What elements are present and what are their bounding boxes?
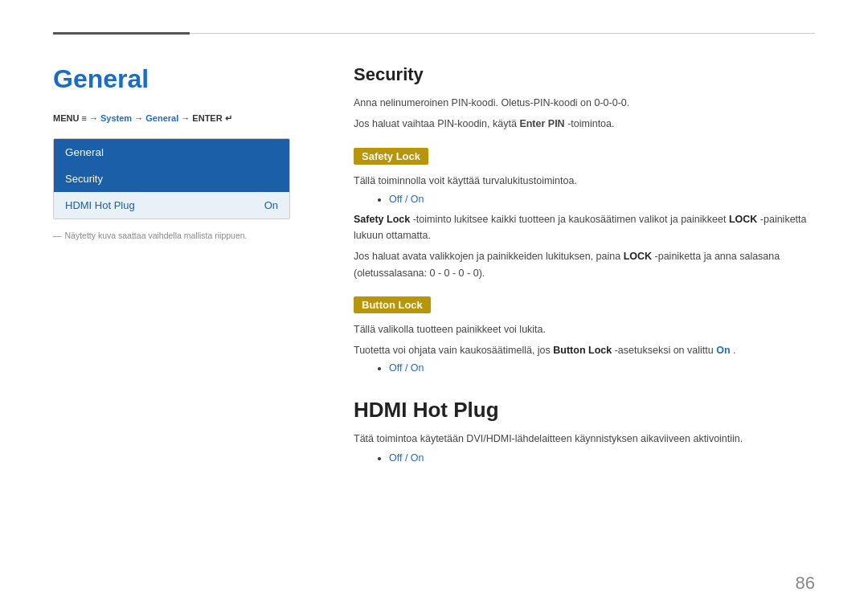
footnote: Näytetty kuva saattaa vaihdella mallista…: [53, 231, 302, 240]
top-decorative-lines: [53, 32, 815, 35]
menu-path-menu: MENU: [53, 113, 81, 123]
menu-item-hdmi-value: On: [264, 199, 278, 211]
security-intro-1: Anna nelinumeroinen PIN-koodi. Oletus-PI…: [354, 95, 815, 111]
menu-box: General Security HDMI Hot Plug On: [53, 138, 290, 219]
button-lock-text2: Tuotetta voi ohjata vain kaukosäätimellä…: [354, 342, 815, 359]
menu-box-header: General: [54, 139, 289, 166]
security-intro-2: Jos haluat vaihtaa PIN-koodin, käytä Ent…: [354, 116, 815, 132]
button-lock-text1: Tällä valikolla tuotteen painikkeet voi …: [354, 321, 815, 338]
safety-lock-lock: LOCK: [729, 214, 757, 225]
safety-lock-text1: Safety Lock -toiminto lukitsee kaikki tu…: [354, 211, 815, 244]
button-lock-bullet: Off / On: [389, 362, 815, 374]
button-lock-header: Button Lock: [354, 296, 431, 313]
top-line-main: [190, 33, 815, 34]
safety-lock-text2-pre: Jos haluat avata valikkojen ja painikkei…: [354, 251, 624, 262]
safety-lock-text2: Jos haluat avata valikkojen ja painikkei…: [354, 248, 815, 281]
page-title: General: [53, 64, 302, 94]
menu-path: MENU ≡ → System → General → ENTER ↵: [53, 113, 302, 124]
left-column: General MENU ≡ → System → General → ENTE…: [53, 48, 302, 240]
menu-item-security-label: Security: [65, 173, 103, 185]
security-intro-2-pre: Jos haluat vaihtaa PIN-koodin, käytä: [354, 118, 519, 129]
safety-lock-lock2: LOCK: [624, 251, 652, 262]
menu-path-system: System: [100, 113, 132, 123]
security-section-title: Security: [354, 64, 815, 85]
button-lock-on: On: [716, 345, 730, 356]
hdmi-section-title: HDMI Hot Plug: [354, 398, 815, 423]
menu-item-hdmi-label: HDMI Hot Plug: [65, 199, 135, 211]
safety-lock-bullet: Off / On: [389, 194, 815, 205]
safety-lock-header: Safety Lock: [354, 148, 428, 165]
menu-path-enter: ENTER ↵: [192, 113, 231, 123]
button-lock-text2-pre: Tuotetta voi ohjata vain kaukosäätimellä…: [354, 345, 553, 356]
safety-lock-text1-content: -toiminto lukitsee kaikki tuotteen ja ka…: [413, 214, 729, 225]
safety-lock-bold: Safety Lock: [354, 214, 410, 225]
menu-item-hdmi[interactable]: HDMI Hot Plug On: [54, 192, 289, 219]
menu-item-security[interactable]: Security: [54, 166, 289, 192]
button-lock-text2-mid: -asetukseksi on valittu: [615, 345, 716, 356]
hdmi-bullet: Off / On: [389, 452, 815, 464]
security-intro-2-post: -toimintoa.: [567, 118, 614, 129]
menu-path-general: General: [145, 113, 178, 123]
page-number: 86: [796, 573, 815, 594]
button-lock-text2-end: .: [733, 345, 735, 356]
menu-path-arrow1: ≡: [81, 113, 88, 123]
right-column: Security Anna nelinumeroinen PIN-koodi. …: [354, 48, 815, 468]
button-lock-bold: Button Lock: [553, 345, 612, 356]
security-intro-2-bold: Enter PIN: [519, 118, 564, 129]
safety-lock-intro: Tällä toiminnolla voit käyttää turvaluki…: [354, 173, 815, 190]
hdmi-text: Tätä toimintoa käytetään DVI/HDMI-lähdel…: [354, 431, 815, 447]
top-line-accent: [53, 32, 190, 35]
